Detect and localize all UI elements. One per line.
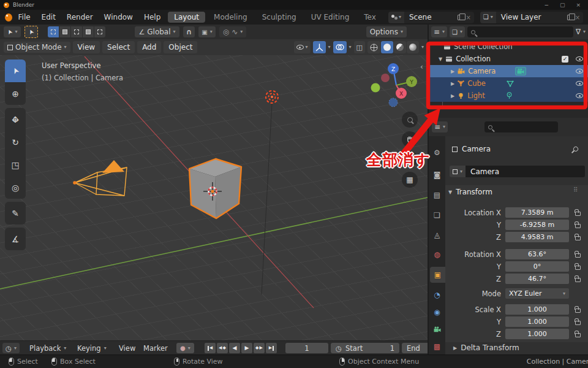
viewport-menu-object[interactable]: Object — [164, 41, 197, 53]
lock-icon[interactable] — [575, 266, 581, 270]
transform-orientation-dropdown[interactable]: ∠ Global ▾ — [135, 26, 179, 37]
disclosure-closed-icon[interactable]: ▶ — [451, 93, 454, 99]
menu-render[interactable]: Render — [62, 12, 98, 23]
shading-material-button[interactable] — [394, 41, 406, 53]
viewport-menu-select[interactable]: Select — [102, 41, 135, 53]
rotation-y-field[interactable]: 0° — [505, 261, 569, 272]
frame-start-field[interactable]: ◷ Start 1 — [331, 343, 399, 353]
chevron-down-icon[interactable]: ▾ — [328, 45, 331, 50]
tool-measure[interactable]: ∡ — [5, 228, 26, 250]
chevron-down-icon[interactable]: ▾ — [349, 45, 352, 50]
proportional-edit-toggle[interactable]: ◎ ∿ ▾ — [219, 26, 247, 37]
outliner-row-light[interactable]: ▶ Light — [429, 90, 588, 102]
xray-toggle[interactable]: ◫ — [354, 41, 365, 53]
gizmo-neg-x-handle[interactable] — [381, 74, 390, 82]
tab-render[interactable]: ◙ — [429, 167, 445, 183]
play-reverse-button[interactable]: ◀ — [229, 343, 240, 353]
lock-icon[interactable] — [575, 278, 581, 282]
gizmo-neg-y-handle[interactable] — [371, 83, 380, 93]
tab-object-data[interactable] — [429, 321, 445, 337]
outliner-filter-id-dropdown[interactable]: ❏ ▾ — [450, 26, 465, 37]
lock-icon[interactable] — [575, 253, 581, 258]
location-x-field[interactable]: 7.3589 m — [505, 207, 569, 218]
tool-move[interactable]: ↔↕ — [5, 108, 26, 131]
camera-object[interactable] — [73, 160, 127, 196]
frame-end-field[interactable]: End — [402, 343, 428, 353]
chevron-down-icon[interactable]: ▾ — [583, 29, 586, 34]
select-mode-subtract[interactable] — [71, 26, 82, 37]
next-keyframe-button[interactable]: ◆▶ — [254, 343, 265, 353]
mesh-data-icon[interactable] — [507, 80, 514, 87]
lock-icon[interactable] — [575, 224, 581, 228]
tab-texture[interactable]: ▩ — [429, 339, 445, 355]
jump-to-start-button[interactable]: ◀ — [205, 343, 216, 353]
maximize-icon[interactable]: ▢ — [556, 2, 569, 8]
zoom-button[interactable] — [402, 112, 418, 128]
transform-panel-header[interactable]: ▼ Transform — [448, 188, 492, 196]
disclosure-closed-icon[interactable]: ▶ — [451, 81, 454, 86]
menu-file[interactable]: File — [13, 12, 36, 23]
navigation-gizmo[interactable]: Z Y X — [366, 55, 428, 117]
outliner-search-input[interactable] — [467, 26, 573, 37]
toggle-ortho-button[interactable]: ▦ — [402, 172, 418, 188]
menu-help[interactable]: Help — [139, 12, 165, 23]
tab-object[interactable]: ▣ — [430, 267, 445, 283]
snap-settings-dropdown[interactable]: ▣ ▾ — [198, 26, 215, 37]
shading-rendered-button[interactable] — [407, 41, 419, 53]
outliner-display-mode-dropdown[interactable]: ≡ ▾ — [431, 26, 447, 37]
current-frame-field[interactable]: 1 — [285, 343, 328, 353]
timeline-menu-view[interactable]: View — [119, 343, 135, 353]
tab-tool[interactable]: ⚙ — [429, 145, 445, 161]
tab-world[interactable]: ◍ — [429, 247, 445, 263]
tool-scale[interactable]: ◳ — [5, 153, 26, 176]
eye-icon[interactable] — [576, 81, 583, 86]
minimize-icon[interactable]: − — [540, 2, 552, 8]
workspace-tab-sculpting[interactable]: Sculpting — [256, 12, 303, 23]
show-gizmo-toggle[interactable] — [313, 41, 326, 53]
viewport-menu-add[interactable]: Add — [137, 41, 161, 53]
viewport-3d[interactable]: User Perspective (1) Collection | Camera… — [0, 55, 428, 340]
shading-solid-button[interactable] — [381, 41, 393, 53]
editor-type-dropdown[interactable]: ◷ ▾ — [2, 343, 20, 353]
tool-cursor[interactable]: ⊕ — [5, 82, 26, 105]
scale-x-field[interactable]: 1.000 — [505, 304, 569, 315]
select-mode-set[interactable] — [48, 26, 59, 37]
prev-keyframe-button[interactable]: ◀◆ — [217, 343, 228, 353]
object-name-field[interactable]: Camera — [466, 166, 585, 177]
disclosure-open-icon[interactable]: ▼ — [439, 56, 442, 62]
rotation-z-field[interactable]: 46.7° — [505, 274, 569, 284]
outliner-row-camera[interactable]: ▶ Camera — [429, 65, 588, 77]
workspace-tab-texture-paint[interactable]: Tex — [358, 12, 382, 23]
timeline-menu-playback[interactable]: Playback▾ — [29, 343, 66, 353]
blender-menu-icon[interactable] — [5, 13, 12, 21]
select-mode-extend[interactable] — [59, 26, 70, 37]
menu-window[interactable]: Window — [99, 12, 138, 23]
lock-icon[interactable] — [575, 212, 581, 216]
location-y-field[interactable]: -6.9258 m — [505, 220, 569, 230]
light-data-icon[interactable] — [506, 92, 513, 99]
show-overlays-toggle[interactable] — [333, 41, 347, 53]
lock-icon[interactable] — [575, 236, 581, 240]
panel-grip-icon[interactable]: ⠿ — [573, 186, 578, 193]
outliner-row-collection[interactable]: ▼ Collection ✓ — [429, 53, 588, 65]
pan-button[interactable] — [402, 131, 418, 147]
tool-annotate[interactable]: ✎ — [5, 202, 26, 224]
tab-physics[interactable]: ◉ — [429, 304, 445, 320]
menu-edit[interactable]: Edit — [37, 12, 61, 23]
lock-icon[interactable] — [575, 309, 581, 313]
sidebar-collapse-icon[interactable]: ‹ — [420, 63, 423, 71]
viewport-menu-view[interactable]: View — [73, 41, 100, 53]
properties-display-dropdown[interactable]: ≡ ▾ — [432, 121, 448, 132]
camera-data-icon[interactable] — [515, 67, 526, 75]
options-dropdown[interactable]: Options ▾ — [366, 26, 407, 37]
disclosure-closed-icon[interactable]: ▶ — [451, 69, 454, 74]
location-z-field[interactable]: 4.9583 m — [505, 232, 569, 242]
properties-search-input[interactable] — [484, 121, 558, 132]
chevron-down-icon[interactable]: ▾ — [421, 45, 424, 50]
scale-z-field[interactable]: 1.000 — [505, 329, 569, 339]
gizmo-neg-z-handle[interactable] — [389, 98, 398, 107]
eye-icon[interactable] — [576, 56, 583, 61]
tab-output[interactable]: ▤ — [429, 187, 445, 203]
active-tool-dropdown[interactable]: ➤ ▾ — [4, 26, 21, 37]
visibility-dropdown[interactable]: ▾ — [294, 41, 311, 53]
